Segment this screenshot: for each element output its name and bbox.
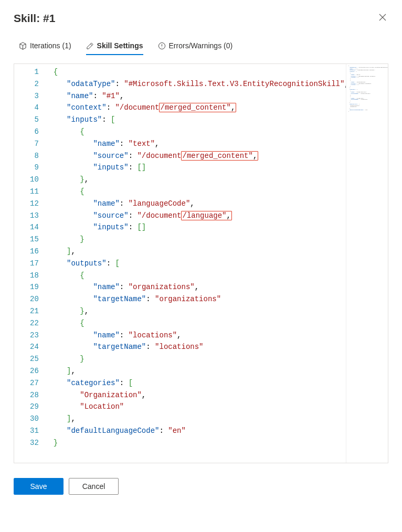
dialog-header: Skill: #1 [14,10,388,26]
close-icon[interactable] [377,10,388,26]
tab-label: Skill Settings [97,41,143,50]
json-editor[interactable]: 1234567891011121314151617181920212223242… [14,63,388,463]
pencil-icon [86,42,94,50]
code-area[interactable]: { "odataType": "#Microsoft.Skills.Text.V… [45,64,346,463]
tab-label: Errors/Warnings (0) [169,41,233,50]
tab-label: Iterations (1) [30,41,71,50]
tab-iterations[interactable]: Iterations (1) [19,41,71,55]
cancel-button[interactable]: Cancel [69,478,119,495]
minimap[interactable]: { "odataType": "#Microsoft.Skills.Text.V… [346,64,388,463]
tab-bar: Iterations (1) Skill Settings Errors/War… [14,41,388,55]
line-gutter: 1234567891011121314151617181920212223242… [14,64,45,463]
dialog-footer: Save Cancel [14,478,388,495]
warning-icon [158,42,166,50]
dialog-title: Skill: #1 [14,12,55,25]
tab-skill-settings[interactable]: Skill Settings [86,41,143,55]
tab-errors-warnings[interactable]: Errors/Warnings (0) [158,41,233,55]
cube-icon [19,42,27,50]
save-button[interactable]: Save [14,478,64,495]
